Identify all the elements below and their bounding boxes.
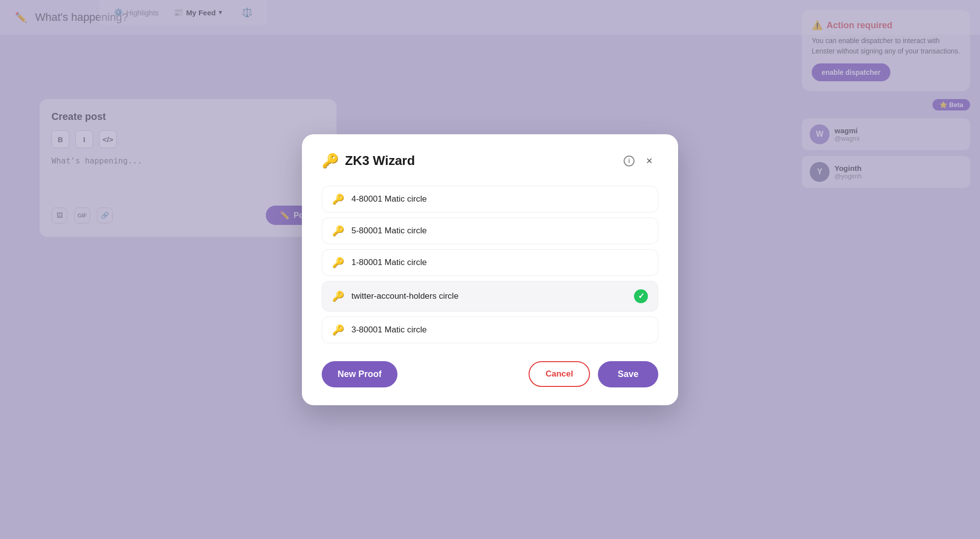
modal-footer: New Proof Cancel Save — [322, 361, 658, 387]
circle-name-5: 3-80001 Matic circle — [351, 325, 648, 335]
circle-key-icon-4: 🔑 — [332, 291, 344, 301]
circle-item-5[interactable]: 🔑 3-80001 Matic circle — [322, 317, 658, 343]
modal-title: ZK3 Wizard — [345, 153, 618, 168]
circle-name-1: 4-80001 Matic circle — [351, 194, 648, 204]
circle-key-icon-3: 🔑 — [332, 258, 344, 268]
zk3-wizard-modal: 🔑 ZK3 Wizard i × 🔑 4-80001 Matic circle … — [302, 134, 678, 405]
selected-check-icon: ✓ — [634, 289, 648, 303]
info-icon[interactable]: i — [624, 156, 635, 166]
cancel-button[interactable]: Cancel — [529, 361, 590, 387]
circle-item-1[interactable]: 🔑 4-80001 Matic circle — [322, 186, 658, 213]
circle-list: 🔑 4-80001 Matic circle 🔑 5-80001 Matic c… — [322, 186, 658, 343]
circle-item-3[interactable]: 🔑 1-80001 Matic circle — [322, 249, 658, 276]
key-icon: 🔑 — [322, 153, 339, 169]
circle-key-icon-1: 🔑 — [332, 194, 344, 204]
circle-key-icon-5: 🔑 — [332, 325, 344, 335]
new-proof-button[interactable]: New Proof — [322, 361, 397, 387]
circle-name-3: 1-80001 Matic circle — [351, 258, 648, 268]
circle-item-4[interactable]: 🔑 twitter-account-holders circle ✓ — [322, 281, 658, 312]
save-button[interactable]: Save — [598, 361, 658, 387]
modal-header: 🔑 ZK3 Wizard i × — [322, 152, 658, 170]
modal-overlay: 🔑 ZK3 Wizard i × 🔑 4-80001 Matic circle … — [0, 0, 980, 539]
circle-key-icon-2: 🔑 — [332, 226, 344, 236]
circle-name-2: 5-80001 Matic circle — [351, 226, 648, 236]
circle-name-4: twitter-account-holders circle — [351, 291, 627, 301]
circle-item-2[interactable]: 🔑 5-80001 Matic circle — [322, 217, 658, 244]
modal-close-button[interactable]: × — [640, 152, 658, 170]
